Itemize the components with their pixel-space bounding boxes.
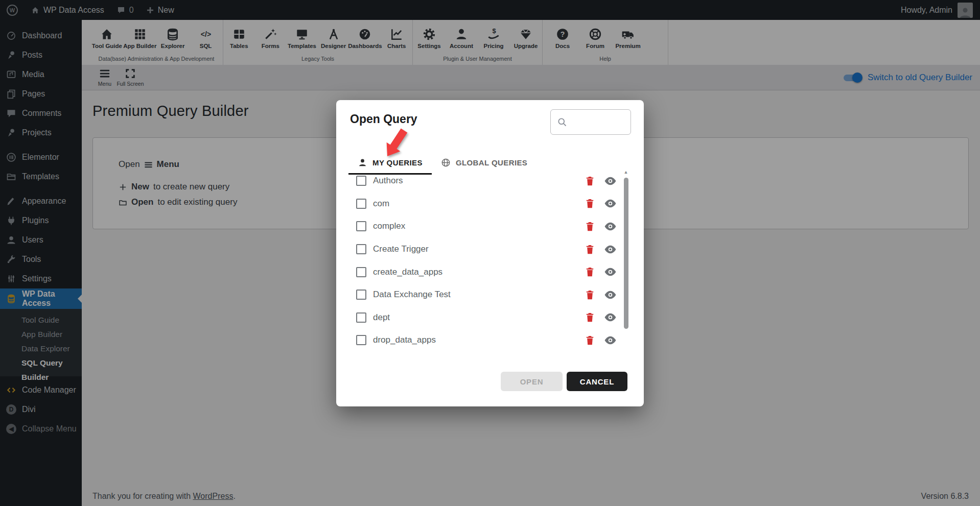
- query-checkbox[interactable]: [356, 176, 366, 186]
- query-row: Create Trigger: [349, 238, 624, 261]
- scroll-up-arrow[interactable]: ▲: [622, 170, 629, 175]
- open-query-dialog: Open Query MY QUERIES GLOBAL QUERIES Aut…: [336, 100, 644, 406]
- query-row: create_data_apps: [349, 260, 624, 283]
- eye-icon: [604, 311, 617, 324]
- query-name: create_data_apps: [373, 267, 442, 277]
- query-checkbox[interactable]: [356, 244, 366, 254]
- delete-query-button[interactable]: [584, 244, 596, 255]
- query-checkbox[interactable]: [356, 312, 366, 323]
- eye-icon: [604, 334, 617, 347]
- eye-icon: [604, 175, 617, 187]
- trash-icon: [584, 244, 596, 255]
- query-name: drop_data_apps: [373, 335, 436, 345]
- delete-query-button[interactable]: [584, 289, 596, 301]
- trash-icon: [584, 289, 596, 301]
- delete-query-button[interactable]: [584, 221, 596, 232]
- query-checkbox[interactable]: [356, 199, 366, 209]
- query-checkbox[interactable]: [356, 335, 366, 345]
- query-name: complex: [373, 221, 405, 231]
- query-row: Authors: [349, 170, 624, 192]
- search-icon: [557, 117, 567, 127]
- preview-query-button[interactable]: [604, 311, 617, 324]
- query-name: com: [373, 199, 389, 209]
- trash-icon: [584, 311, 596, 323]
- trash-icon: [584, 266, 596, 278]
- trash-icon: [584, 198, 596, 209]
- open-button[interactable]: OPEN: [501, 372, 563, 391]
- preview-query-button[interactable]: [604, 220, 617, 233]
- eye-icon: [604, 266, 617, 278]
- delete-query-button[interactable]: [584, 175, 596, 187]
- preview-query-button[interactable]: [604, 197, 617, 210]
- preview-query-button[interactable]: [604, 288, 617, 301]
- preview-query-button[interactable]: [604, 334, 617, 347]
- trash-icon: [584, 334, 596, 346]
- scrollbar-thumb[interactable]: [624, 178, 628, 329]
- delete-query-button[interactable]: [584, 266, 596, 278]
- query-list: Authors com complex Create Trigger creat…: [349, 170, 624, 352]
- eye-icon: [604, 288, 617, 301]
- globe-icon: [441, 158, 451, 167]
- query-checkbox[interactable]: [356, 221, 366, 231]
- eye-icon: [604, 243, 617, 256]
- query-row: Data Exchange Test: [349, 283, 624, 306]
- search-input[interactable]: [571, 117, 631, 127]
- query-row: complex: [349, 215, 624, 238]
- eye-icon: [604, 220, 617, 233]
- trash-icon: [584, 221, 596, 232]
- person-icon: [358, 158, 367, 167]
- query-row: drop_data_apps: [349, 329, 624, 352]
- preview-query-button[interactable]: [604, 266, 617, 278]
- query-name: Authors: [373, 176, 403, 186]
- delete-query-button[interactable]: [584, 311, 596, 323]
- query-search-box[interactable]: [550, 109, 631, 135]
- query-checkbox[interactable]: [356, 290, 366, 300]
- preview-query-button[interactable]: [604, 175, 617, 187]
- cancel-button[interactable]: CANCEL: [567, 372, 627, 391]
- query-row: com: [349, 192, 624, 215]
- preview-query-button[interactable]: [604, 243, 617, 256]
- query-name: Create Trigger: [373, 244, 429, 254]
- query-name: Data Exchange Test: [373, 290, 451, 300]
- delete-query-button[interactable]: [584, 334, 596, 346]
- eye-icon: [604, 197, 617, 210]
- query-row: dept: [349, 306, 624, 329]
- dialog-actions: OPEN CANCEL: [501, 372, 627, 391]
- delete-query-button[interactable]: [584, 198, 596, 209]
- query-name: dept: [373, 312, 390, 323]
- trash-icon: [584, 175, 596, 187]
- query-checkbox[interactable]: [356, 267, 366, 277]
- tab-label: MY QUERIES: [372, 158, 423, 167]
- tab-label: GLOBAL QUERIES: [456, 158, 527, 167]
